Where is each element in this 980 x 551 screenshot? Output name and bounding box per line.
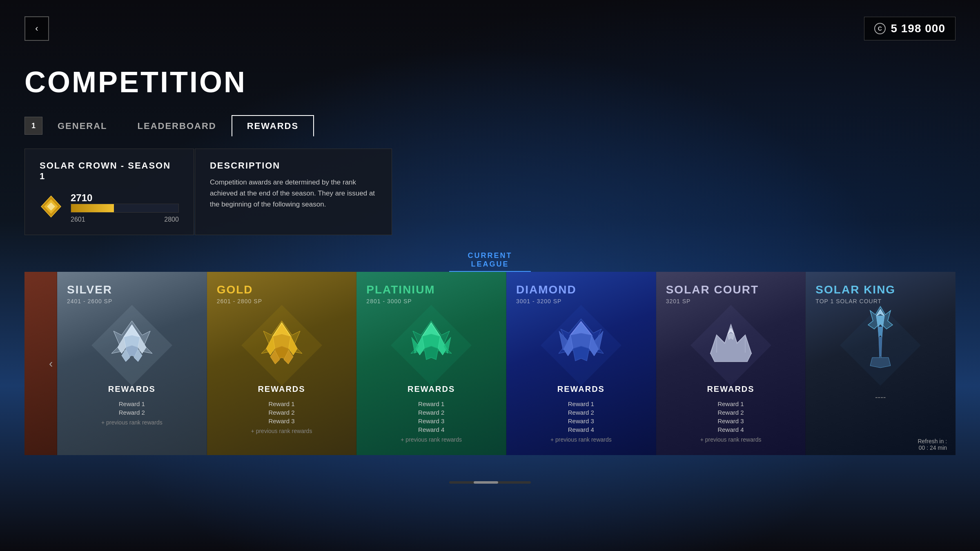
tab-leaderboard[interactable]: LEADERBOARD <box>122 116 232 136</box>
solar-court-name: SOLAR COURT <box>666 283 759 296</box>
rank-icon-svg <box>40 195 62 218</box>
gold-reward-2: Reward 2 <box>217 408 347 417</box>
refresh-time: 00 : 24 min <box>918 444 947 451</box>
platinium-reward-4: Reward 4 <box>366 425 496 434</box>
solar-court-reward-4: Reward 4 <box>666 425 796 434</box>
refresh-info: Refresh in : 00 : 24 min <box>918 438 947 451</box>
league-card-gold: GOLD 2601 - 2800 SP REWARDS <box>207 272 357 455</box>
description-title: DESCRIPTION <box>210 160 377 171</box>
leagues-section: CURRENT LEAGUE ‹ SILVER 2401 - 2600 SP <box>24 251 956 455</box>
silver-sp: 2401 - 2600 SP <box>67 298 112 304</box>
rank-score: 2710 <box>71 192 179 204</box>
platinium-reward-3: Reward 3 <box>366 417 496 425</box>
progress-section: 2710 2601 2800 <box>71 190 179 223</box>
platinium-reward-1: Reward 1 <box>366 400 496 408</box>
scroll-track[interactable] <box>449 481 531 484</box>
season-rank-row: 2710 2601 2800 <box>40 190 179 223</box>
gold-reward-3: Reward 3 <box>217 417 347 425</box>
gold-icon-area <box>249 313 314 378</box>
league-card-solar-court: SOLAR COURT 3201 SP <box>656 272 806 455</box>
league-card-platinium: PLATINIUM 2801 - 3000 SP <box>356 272 506 455</box>
solar-court-reward-2: Reward 2 <box>666 408 796 417</box>
tab-badge[interactable]: 1 <box>24 117 42 135</box>
rank-icon <box>40 195 62 218</box>
silver-reward-list: Reward 1 Reward 2 + previous rank reward… <box>67 400 197 427</box>
progress-max: 2800 <box>164 216 179 223</box>
progress-bar-fill <box>71 204 114 212</box>
solar-court-reward-list: Reward 1 Reward 2 Reward 3 Reward 4 + pr… <box>666 400 796 444</box>
progress-min: 2601 <box>71 216 85 223</box>
diamond-icon-area <box>548 313 614 378</box>
league-card-silver: SILVER 2401 - 2600 SP <box>57 272 207 455</box>
gold-reward-list: Reward 1 Reward 2 Reward 3 + previous ra… <box>217 400 347 435</box>
diamond-reward-list: Reward 1 Reward 2 Reward 3 Reward 4 + pr… <box>516 400 646 444</box>
solar-king-icon-area <box>848 313 913 378</box>
silver-rewards-label: REWARDS <box>108 384 156 394</box>
season-title: SOLAR CROWN - SEASON 1 <box>40 160 179 182</box>
left-arrow-indicator[interactable]: ‹ <box>49 357 53 370</box>
solar-court-sp: 3201 SP <box>666 298 691 304</box>
season-info-card: SOLAR CROWN - SEASON 1 2710 <box>24 149 194 235</box>
league-cards: ‹ SILVER 2401 - 2600 SP <box>24 272 956 455</box>
back-button[interactable]: ‹ <box>24 16 49 41</box>
gold-name: GOLD <box>217 283 253 296</box>
solar-king-dashes: ---- <box>875 393 886 402</box>
solar-king-sp: TOP 1 SOLAR COURT <box>815 298 882 304</box>
diamond-reward-2: Reward 2 <box>516 408 646 417</box>
page-title: COMPETITION <box>24 65 956 99</box>
diamond-sp: 3001 - 3200 SP <box>516 298 561 304</box>
diamond-previous: + previous rank rewards <box>516 435 646 444</box>
current-league-wrapper: CURRENT LEAGUE <box>24 251 956 272</box>
gold-previous: + previous rank rewards <box>217 427 347 435</box>
solar-king-name: SOLAR KING <box>815 283 895 296</box>
platinium-rewards-label: REWARDS <box>408 384 455 394</box>
silver-reward-1: Reward 1 <box>67 400 197 408</box>
solar-court-previous: + previous rank rewards <box>666 435 796 444</box>
season-panel: SOLAR CROWN - SEASON 1 2710 <box>24 149 392 235</box>
solar-court-icon-area <box>698 313 764 378</box>
tab-rewards[interactable]: REWARDS <box>232 115 314 136</box>
gold-sp: 2601 - 2800 SP <box>217 298 262 304</box>
tabs-bar: 1 GENERAL LEADERBOARD REWARDS <box>24 115 956 136</box>
progress-bar-container <box>71 204 179 213</box>
progress-labels: 2601 2800 <box>71 216 179 223</box>
silver-name: SILVER <box>67 283 112 296</box>
platinium-name: PLATINIUM <box>366 283 435 296</box>
description-text: Competition awards are determined by the… <box>210 177 377 210</box>
refresh-label: Refresh in : <box>918 438 947 444</box>
currency-amount: 5 198 000 <box>891 22 945 35</box>
diamond-reward-1: Reward 1 <box>516 400 646 408</box>
description-panel: DESCRIPTION Competition awards are deter… <box>195 149 392 235</box>
tab-general[interactable]: GENERAL <box>42 116 122 136</box>
silver-previous: + previous rank rewards <box>67 418 197 427</box>
solar-court-reward-3: Reward 3 <box>666 417 796 425</box>
scroll-thumb[interactable] <box>474 481 498 484</box>
gold-reward-1: Reward 1 <box>217 400 347 408</box>
platinium-previous: + previous rank rewards <box>366 435 496 444</box>
platinium-icon-area <box>399 313 464 378</box>
platinium-reward-2: Reward 2 <box>366 408 496 417</box>
top-bar: ‹ C 5 198 000 <box>24 16 956 41</box>
diamond-reward-3: Reward 3 <box>516 417 646 425</box>
diamond-reward-4: Reward 4 <box>516 425 646 434</box>
silver-icon-area <box>99 313 165 378</box>
currency-icon: C <box>874 23 886 34</box>
current-league-label: CURRENT LEAGUE <box>449 251 531 272</box>
platinium-reward-list: Reward 1 Reward 2 Reward 3 Reward 4 + pr… <box>366 400 496 444</box>
solar-court-reward-1: Reward 1 <box>666 400 796 408</box>
league-card-solar-king: SOLAR KING TOP 1 SOLAR COURT <box>806 272 956 455</box>
league-card-diamond: DIAMOND 3001 - 3200 SP REWARD <box>506 272 656 455</box>
diamond-name: DIAMOND <box>516 283 577 296</box>
silver-reward-2: Reward 2 <box>67 408 197 417</box>
currency-display: C 5 198 000 <box>864 17 956 40</box>
diamond-rewards-label: REWARDS <box>557 384 605 394</box>
platinium-sp: 2801 - 3000 SP <box>366 298 412 304</box>
